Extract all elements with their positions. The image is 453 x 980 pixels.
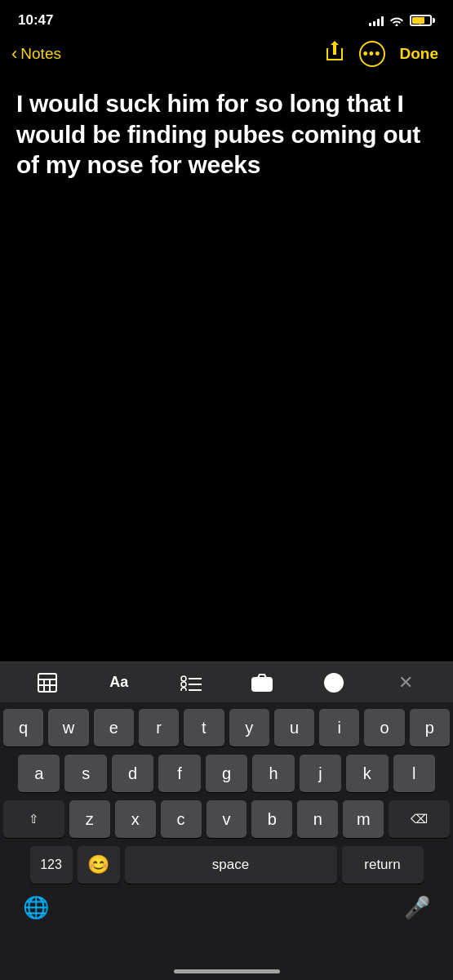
key-return[interactable]: return bbox=[342, 846, 424, 884]
key-s[interactable]: s bbox=[64, 755, 106, 792]
status-bar: 10:47 ⚡ bbox=[0, 0, 453, 36]
status-icons: ⚡ bbox=[369, 15, 435, 26]
keyboard-bottom-bar: 🌐 🎤 bbox=[3, 892, 450, 929]
toolbar-list-button[interactable] bbox=[176, 668, 206, 697]
status-time: 10:47 bbox=[18, 12, 53, 29]
key-u[interactable]: u bbox=[274, 709, 314, 746]
key-k[interactable]: k bbox=[346, 755, 388, 792]
battery-icon: ⚡ bbox=[410, 15, 435, 26]
toolbar-close-button[interactable]: ✕ bbox=[391, 668, 420, 697]
note-content[interactable]: I would suck him for so long that I woul… bbox=[0, 77, 453, 197]
key-a[interactable]: a bbox=[18, 755, 60, 792]
key-n[interactable]: n bbox=[297, 800, 338, 838]
back-arrow-icon: ‹ bbox=[11, 45, 17, 63]
toolbar-camera-button[interactable] bbox=[247, 668, 277, 697]
key-t[interactable]: t bbox=[184, 709, 224, 746]
font-icon: Aa bbox=[109, 674, 128, 691]
key-123[interactable]: 123 bbox=[30, 846, 73, 884]
toolbar-markup-button[interactable]: A bbox=[319, 668, 349, 697]
back-label: Notes bbox=[20, 45, 61, 63]
key-q[interactable]: q bbox=[3, 709, 43, 746]
nav-bar: ‹ Notes ••• Done bbox=[0, 36, 453, 77]
key-shift[interactable]: ⇧ bbox=[3, 800, 64, 838]
key-z[interactable]: z bbox=[69, 800, 110, 838]
share-icon[interactable] bbox=[325, 41, 344, 67]
key-i[interactable]: i bbox=[319, 709, 359, 746]
key-x[interactable]: x bbox=[115, 800, 156, 838]
key-d[interactable]: d bbox=[112, 755, 153, 792]
svg-rect-0 bbox=[38, 674, 56, 692]
key-b[interactable]: b bbox=[251, 800, 292, 838]
back-button[interactable]: ‹ Notes bbox=[11, 45, 61, 63]
svg-text:A: A bbox=[331, 679, 336, 688]
key-backspace[interactable]: ⌫ bbox=[389, 800, 450, 838]
key-g[interactable]: g bbox=[206, 755, 247, 792]
key-f[interactable]: f bbox=[158, 755, 200, 792]
key-j[interactable]: j bbox=[300, 755, 341, 792]
svg-point-5 bbox=[181, 676, 186, 681]
key-emoji[interactable]: 😊 bbox=[78, 846, 120, 884]
key-p[interactable]: p bbox=[410, 709, 450, 746]
emoji-icon: 😊 bbox=[87, 854, 109, 875]
keyboard-toolbar: Aa A ✕ bbox=[0, 662, 453, 702]
wifi-icon bbox=[389, 15, 404, 26]
signal-icon bbox=[369, 15, 384, 26]
key-h[interactable]: h bbox=[252, 755, 294, 792]
toolbar-table-button[interactable] bbox=[33, 668, 62, 697]
more-icon: ••• bbox=[363, 46, 381, 63]
microphone-icon[interactable]: 🎤 bbox=[404, 895, 430, 920]
more-button[interactable]: ••• bbox=[359, 41, 385, 67]
done-button[interactable]: Done bbox=[400, 45, 439, 63]
key-e[interactable]: e bbox=[94, 709, 134, 746]
keyboard: q w e r t y u i o p a s d f g h j k l ⇧ … bbox=[0, 702, 453, 980]
key-v[interactable]: v bbox=[207, 800, 247, 838]
close-icon: ✕ bbox=[398, 672, 413, 693]
keyboard-row-2: a s d f g h j k l bbox=[3, 755, 450, 792]
key-c[interactable]: c bbox=[161, 800, 202, 838]
key-m[interactable]: m bbox=[343, 800, 384, 838]
svg-point-7 bbox=[181, 682, 186, 687]
note-text[interactable]: I would suck him for so long that I woul… bbox=[16, 88, 437, 180]
keyboard-row-1: q w e r t y u i o p bbox=[3, 709, 450, 746]
nav-actions: ••• Done bbox=[325, 41, 439, 67]
home-indicator bbox=[174, 969, 280, 973]
keyboard-row-3: ⇧ z x c v b n m ⌫ bbox=[3, 800, 450, 838]
key-space[interactable]: space bbox=[125, 846, 337, 884]
key-y[interactable]: y bbox=[229, 709, 269, 746]
key-w[interactable]: w bbox=[48, 709, 88, 746]
svg-point-9 bbox=[181, 688, 186, 691]
key-l[interactable]: l bbox=[393, 755, 435, 792]
svg-point-12 bbox=[259, 680, 266, 688]
keyboard-row-4: 123 😊 space return bbox=[3, 846, 450, 884]
globe-icon[interactable]: 🌐 bbox=[23, 895, 49, 920]
key-o[interactable]: o bbox=[364, 709, 404, 746]
toolbar-font-button[interactable]: Aa bbox=[104, 668, 134, 697]
key-r[interactable]: r bbox=[139, 709, 179, 746]
